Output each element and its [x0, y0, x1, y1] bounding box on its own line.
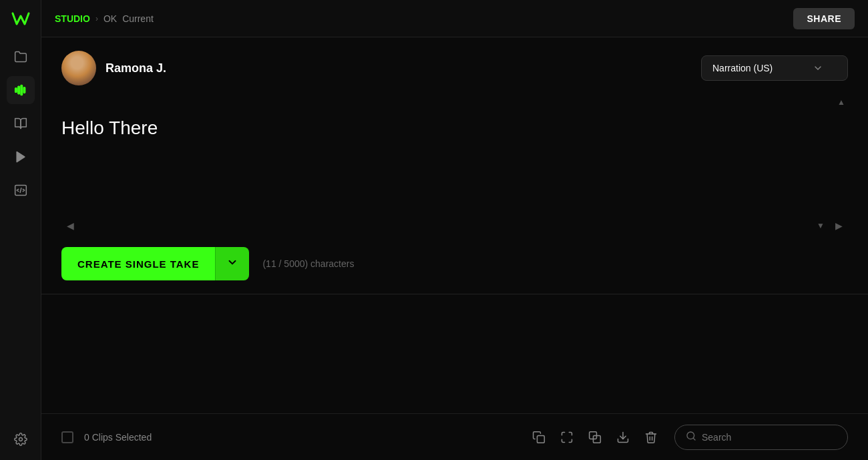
voice-style-label: Narration (US) [712, 63, 773, 73]
create-single-take-button[interactable]: CREATE SINGLE TAKE [61, 247, 215, 280]
voice-header: Ramona J. Narration (US) [61, 51, 848, 85]
delete-icon-button[interactable] [638, 425, 664, 450]
sidebar [0, 0, 41, 460]
collapse-row: ▲ [61, 96, 848, 108]
voice-info: Ramona J. [61, 51, 166, 85]
nav-next-arrow[interactable]: ▶ [830, 218, 848, 234]
svg-marker-4 [17, 152, 25, 162]
app-logo[interactable] [9, 7, 33, 31]
clips-checkbox[interactable] [61, 431, 73, 443]
svg-rect-3 [23, 87, 25, 93]
voice-style-dropdown[interactable]: Narration (US) [701, 55, 848, 81]
main-content: STUDIO › OK Current SHARE Ramona J. Narr… [41, 0, 868, 460]
sidebar-item-code[interactable] [7, 176, 35, 204]
divider [41, 294, 868, 294]
avatar[interactable] [61, 51, 96, 85]
share-button[interactable]: SHARE [793, 8, 855, 29]
topbar-studio-link[interactable]: STUDIO [55, 13, 90, 24]
expand-icon-button[interactable] [554, 425, 580, 450]
svg-line-12 [693, 438, 695, 440]
editor-text[interactable]: Hello There [61, 111, 848, 204]
topbar-current-label: Current [122, 13, 154, 24]
action-row: CREATE SINGLE TAKE (11 / 5000) character… [61, 247, 848, 280]
duplicate-icon-button[interactable] [526, 425, 552, 450]
nav-row: ◀ ▼ ▶ [61, 218, 848, 234]
topbar: STUDIO › OK Current SHARE [41, 0, 868, 37]
voice-name[interactable]: Ramona J. [105, 61, 166, 75]
char-count: (11 / 5000) characters [262, 258, 354, 269]
topbar-ok-link[interactable]: OK [103, 13, 117, 24]
nav-prev-arrow[interactable]: ◀ [61, 218, 79, 234]
create-dropdown-button[interactable] [215, 247, 249, 280]
svg-rect-0 [15, 88, 17, 93]
collapse-right-button[interactable]: ▼ [817, 221, 825, 230]
search-input[interactable] [702, 432, 837, 443]
download-icon-button[interactable] [610, 425, 636, 450]
sidebar-item-book[interactable] [7, 109, 35, 138]
avatar-image [61, 51, 96, 85]
svg-point-6 [19, 438, 22, 441]
search-container[interactable] [674, 425, 848, 450]
svg-rect-7 [537, 435, 545, 443]
collapse-button[interactable]: ▲ [835, 96, 848, 108]
create-single-take-container: CREATE SINGLE TAKE [61, 247, 249, 280]
svg-rect-2 [21, 85, 23, 95]
toolbar-icons [526, 425, 664, 450]
search-icon [686, 431, 696, 444]
editor-content: Ramona J. Narration (US) ▲ Hello There ◀… [41, 37, 868, 413]
topbar-chevron-icon: › [95, 14, 98, 23]
clips-selected-label: 0 Clips Selected [84, 432, 152, 443]
sidebar-item-audio[interactable] [7, 76, 35, 104]
sidebar-item-play[interactable] [7, 143, 35, 171]
clone-icon-button[interactable] [582, 425, 608, 450]
bottom-bar: 0 Clips Selected [41, 413, 868, 460]
sidebar-item-settings[interactable] [7, 425, 35, 453]
sidebar-item-folder[interactable] [7, 43, 35, 71]
svg-rect-1 [17, 86, 19, 94]
